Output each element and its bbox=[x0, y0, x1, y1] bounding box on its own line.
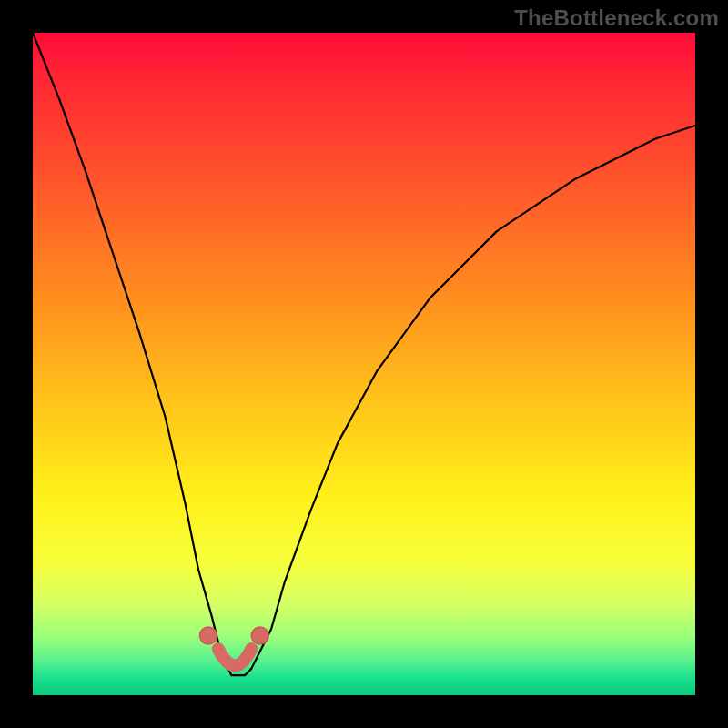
watermark-text: TheBottleneck.com bbox=[514, 5, 719, 31]
threshold-u-shape bbox=[218, 649, 251, 665]
threshold-dots-group bbox=[199, 627, 268, 644]
bottleneck-curve bbox=[33, 33, 695, 675]
chart-svg-layer bbox=[33, 33, 695, 695]
threshold-dot bbox=[199, 627, 217, 644]
threshold-dot bbox=[251, 627, 268, 644]
chart-frame: TheBottleneck.com bbox=[0, 0, 728, 728]
